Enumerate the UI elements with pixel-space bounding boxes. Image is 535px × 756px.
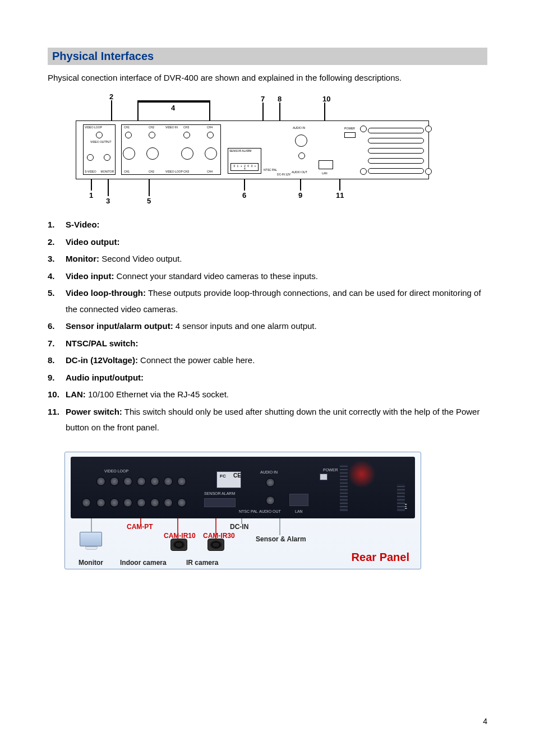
- connector: [295, 134, 307, 147]
- label-ch4: CH4: [207, 126, 213, 129]
- rear-panel-diagram: 2 4 7 8 10 VIDEO LOOP VIDEO OUTPUT S-VID…: [76, 92, 429, 205]
- label-sensor-pins: 0 1 + 2 0 3 + 4: [232, 165, 258, 170]
- device-label: SENSOR ALARM: [204, 491, 235, 495]
- term: NTSC/PAL switch:: [66, 338, 138, 348]
- panel-outline: VIDEO LOOP VIDEO OUTPUT S-VIDEO MONITOR …: [76, 120, 429, 179]
- callout-6: 6: [242, 191, 246, 200]
- callout-3: 3: [106, 197, 110, 205]
- camera-icon: [207, 539, 224, 551]
- connector: [181, 147, 193, 160]
- connector: [183, 132, 190, 138]
- desc: Second Video output.: [99, 254, 182, 263]
- label-video-output: VIDEO OUTPUT: [90, 141, 112, 143]
- term: Video output:: [66, 237, 119, 247]
- device-vent: [397, 484, 405, 512]
- label-dcin: DC-IN 12V: [277, 173, 290, 176]
- term: Monitor:: [66, 254, 99, 263]
- callout-1: 1: [89, 191, 93, 200]
- list-item: Video output:: [48, 234, 487, 251]
- desc: 10/100 Ethernet via the RJ-45 socket.: [86, 389, 229, 399]
- list-item: Monitor: Second Video output.: [48, 251, 487, 267]
- connector: [146, 147, 159, 160]
- audio-group: AUDIO IN AUDIO OUT: [290, 127, 313, 174]
- device-photo: FC CE VIDEO LOOP SENSOR ALARM NTSC PAL A…: [71, 457, 415, 518]
- leader-line: [91, 179, 92, 191]
- connector: [205, 147, 217, 160]
- lan-port: [319, 160, 333, 169]
- label-ch1: CH1: [124, 126, 130, 129]
- leader-line: [140, 518, 141, 524]
- rear-panel-photo: FC CE VIDEO LOOP SENSOR ALARM NTSC PAL A…: [64, 452, 421, 569]
- term: Video loop-through:: [66, 288, 146, 298]
- device-label: POWER: [323, 468, 338, 472]
- page-number: 4: [483, 717, 487, 726]
- leader-line: [324, 103, 325, 123]
- connector: [207, 132, 214, 138]
- label-ch3b: CH3: [183, 170, 189, 173]
- device-label: LAN: [295, 509, 303, 513]
- leader-line: [241, 518, 242, 524]
- ce-mark: CE: [233, 472, 241, 479]
- label-sensor-alarm: SENSOR ALARM: [229, 150, 251, 152]
- device-label: VIDEO LOOP: [104, 469, 128, 473]
- label-video-in: VIDEO IN: [165, 126, 178, 129]
- label-dcin-photo: DC-IN: [230, 523, 248, 531]
- list-item: Power switch: This switch should only be…: [48, 404, 487, 436]
- connector: [125, 132, 132, 138]
- desc: This switch should only be used after sh…: [66, 407, 479, 433]
- term: Power switch:: [66, 407, 122, 416]
- leader-line: [111, 100, 112, 123]
- leader-line: [177, 518, 178, 539]
- label-audio-in: AUDIO IN: [293, 127, 305, 129]
- list-item: Video loop-through: These outputs provid…: [48, 285, 487, 317]
- connector: [96, 132, 103, 138]
- leader-line: [209, 100, 210, 123]
- label-cam-pt: CAM-PT: [127, 523, 153, 531]
- label-video-loop2: VIDEO LOOP: [165, 170, 183, 173]
- intro-paragraph: Physical conection interface of DVR-400 …: [48, 73, 487, 82]
- leader-line: [244, 179, 245, 191]
- leader-line: [137, 100, 139, 123]
- list-item: Audio input/output:: [48, 370, 487, 386]
- label-svideo: S-VIDEO: [85, 170, 96, 173]
- connector: [298, 152, 305, 159]
- callout-10: 10: [322, 95, 330, 103]
- label-audio-out: AUDIO OUT: [292, 171, 307, 174]
- monitor-icon: [80, 532, 103, 551]
- label-ch4b: CH4: [207, 170, 213, 173]
- connector: [149, 132, 155, 138]
- video-in-group: CH1 CH2 VIDEO IN CH3 CH4 CH1 CH2 VIDEO L…: [121, 124, 221, 175]
- power-led-glow: [348, 460, 376, 488]
- section-heading-bar: Physical Interfaces: [48, 48, 487, 65]
- label-ir-camera: IR camera: [186, 559, 218, 567]
- label-ch2: CH2: [149, 126, 154, 129]
- label-lan: LAN: [322, 171, 328, 175]
- label-monitor: MONITOR: [100, 170, 114, 173]
- leader-line: [149, 179, 150, 196]
- leader-line: [279, 103, 280, 123]
- fc-mark: FC: [220, 474, 226, 479]
- device-label: AUDIO IN: [260, 470, 278, 474]
- term: Sensor input/alarm output:: [66, 321, 173, 331]
- callout-11: 11: [336, 191, 344, 200]
- leader-line: [279, 518, 280, 535]
- camera-icon: [170, 539, 187, 551]
- connector: [104, 154, 110, 161]
- label-power: POWER: [344, 127, 355, 130]
- leader-line: [137, 100, 210, 103]
- desc: Connect your standard video cameras to t…: [114, 271, 318, 281]
- callout-7: 7: [261, 95, 265, 103]
- label-sensor-alarm-photo: Sensor & Alarm: [256, 535, 306, 543]
- leader-line: [108, 179, 109, 196]
- list-item: NTSC/PAL switch:: [48, 336, 487, 352]
- term: DC-in (12Voltage):: [66, 355, 138, 365]
- leader-line: [215, 518, 216, 539]
- label-ch2b: CH2: [149, 170, 154, 173]
- video-output-group: VIDEO LOOP VIDEO OUTPUT S-VIDEO MONITOR: [83, 124, 116, 175]
- document-page: Physical Interfaces Physical conection i…: [0, 0, 535, 756]
- connector: [87, 154, 94, 161]
- leader-line: [300, 179, 301, 191]
- connector: [123, 147, 135, 160]
- list-item: Sensor input/alarm output: 4 sensor inpu…: [48, 318, 487, 335]
- term: Audio input/output:: [66, 373, 144, 382]
